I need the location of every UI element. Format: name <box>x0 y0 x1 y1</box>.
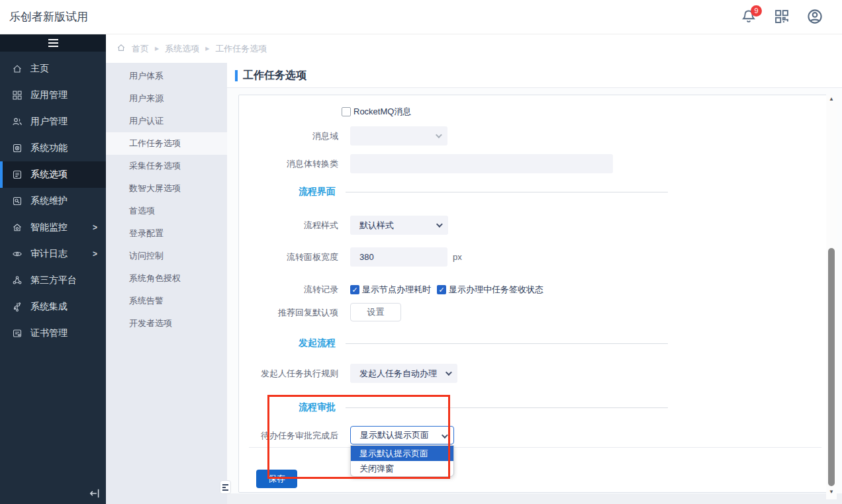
breadcrumb-separator-icon: ▶ <box>205 46 209 52</box>
chevron-right-icon: > <box>93 249 97 259</box>
checkbox-checked-icon: ✓ <box>350 285 359 294</box>
sidebar-item-system-maintenance[interactable]: 系统维护 <box>0 188 106 214</box>
exit-arrow-icon <box>89 487 101 499</box>
settings-button[interactable]: 设置 <box>350 303 401 321</box>
dropdown-option-default-page[interactable]: 显示默认提示页面 <box>351 446 453 461</box>
submenu-item-access-control[interactable]: 访问控制 <box>106 245 227 267</box>
breadcrumb-item-work-task-options[interactable]: 工作任务选项 <box>215 43 267 55</box>
initiator-rule-select[interactable]: 发起人任务自动办理 <box>350 364 457 383</box>
sidebar-item-system-options[interactable]: 系统选项 <box>0 161 106 188</box>
sidebar-item-home[interactable]: 主页 <box>0 56 106 82</box>
user-avatar-button[interactable] <box>806 7 823 26</box>
submenu-item-login-config[interactable]: 登录配置 <box>106 222 227 245</box>
sidebar-item-label: 系统集成 <box>30 301 68 313</box>
message-converter-input[interactable] <box>350 154 613 173</box>
sidebar-item-smart-monitoring[interactable]: 智能监控 > <box>0 214 106 241</box>
form-panel: RocketMQ消息 消息域 消息体转换类 <box>238 95 837 493</box>
submenu-resize-handle[interactable] <box>220 480 231 494</box>
breadcrumb-item-system-options[interactable]: 系统选项 <box>165 43 199 55</box>
apps-grid-icon <box>12 90 23 101</box>
chevron-down-icon <box>436 221 443 228</box>
todo-complete-label: 待办任务审批完成后 <box>239 426 338 445</box>
process-style-label: 流程样式 <box>239 216 338 235</box>
submenu-item-user-auth[interactable]: 用户认证 <box>106 110 227 132</box>
breadcrumb: 首页 ▶ 系统选项 ▶ 工作任务选项 <box>106 34 842 63</box>
panel-width-input[interactable] <box>350 247 447 267</box>
save-button[interactable]: 保存 <box>256 470 297 488</box>
flow-record-label: 流转记录 <box>239 280 338 299</box>
breadcrumb-separator-icon: ▶ <box>155 46 159 52</box>
integration-icon <box>12 302 23 312</box>
sidebar-item-label: 审计日志 <box>30 248 68 260</box>
section-process-ui: 流程界面 <box>299 186 668 198</box>
chevron-down-icon <box>436 132 442 138</box>
app-title: 乐创者新版试用 <box>9 9 88 24</box>
qr-code-button[interactable] <box>773 7 790 26</box>
form-footer-divider <box>249 447 821 448</box>
sidebar-item-system-functions[interactable]: 系统功能 <box>0 135 106 161</box>
page-title: 工作任务选项 <box>243 69 306 83</box>
section-divider-line <box>346 407 668 408</box>
avatar-icon <box>807 9 823 24</box>
sidebar-item-label: 主页 <box>30 63 49 75</box>
message-domain-row: 消息域 <box>239 126 836 146</box>
sidebar-item-third-party[interactable]: 第三方平台 <box>0 267 106 294</box>
sidebar-item-label: 智能监控 <box>30 222 68 233</box>
section-title: 流程界面 <box>299 186 336 198</box>
submenu-item-user-source[interactable]: 用户来源 <box>106 87 227 110</box>
rocketmq-checkbox[interactable]: RocketMQ消息 <box>342 106 411 118</box>
initiator-rule-row: 发起人任务执行规则 发起人任务自动办理 <box>239 364 836 383</box>
sidebar-item-label: 系统维护 <box>30 195 68 207</box>
checkbox-label: 显示节点办理耗时 <box>362 284 431 296</box>
submenu-item-work-task-options[interactable]: 工作任务选项 <box>106 132 227 155</box>
submenu-item-user-system[interactable]: 用户体系 <box>106 65 227 87</box>
notification-bell-button[interactable]: 9 <box>740 7 757 26</box>
bottom-strip <box>227 493 842 504</box>
breadcrumb-item-home[interactable]: 首页 <box>132 43 149 55</box>
sidebar-item-system-integration[interactable]: 系统集成 <box>0 294 106 320</box>
submenu-item-preferences[interactable]: 首选项 <box>106 200 227 222</box>
scroll-up-arrow[interactable]: ▲ <box>826 96 837 105</box>
eye-icon <box>12 249 23 259</box>
rocketmq-row: RocketMQ消息 <box>239 106 836 125</box>
todo-complete-value: 显示默认提示页面 <box>360 430 429 440</box>
todo-complete-select[interactable]: 显示默认提示页面 <box>350 426 454 444</box>
process-style-select[interactable]: 默认样式 <box>350 216 448 235</box>
system-maintenance-icon <box>12 196 23 206</box>
checkbox-label: 显示办理中任务签收状态 <box>449 284 543 296</box>
section-process-approval: 流程审批 <box>299 401 668 413</box>
submenu-item-bigscreen-options[interactable]: 数智大屏选项 <box>106 177 227 200</box>
process-style-row: 流程样式 默认样式 <box>239 216 836 235</box>
scrollbar-thumb[interactable] <box>828 248 835 486</box>
sidebar-collapse-toggle[interactable] <box>0 34 106 52</box>
sidebar-item-audit-logs[interactable]: 审计日志 > <box>0 241 106 267</box>
chevron-down-icon <box>445 369 452 376</box>
main-sidebar: 主页 应用管理 用户管理 系统功能 系统选项 系统维护 <box>0 34 106 504</box>
submenu-item-developer-options[interactable]: 开发者选项 <box>106 312 227 335</box>
sidebar-item-label: 第三方平台 <box>30 274 77 286</box>
title-accent-bar <box>235 70 238 81</box>
sidebar-item-certificate-management[interactable]: 证书管理 <box>0 320 106 347</box>
process-style-value: 默认样式 <box>359 220 394 230</box>
home-icon <box>12 63 23 74</box>
secondary-sidebar: 用户体系 用户来源 用户认证 工作任务选项 采集任务选项 数智大屏选项 首选项 … <box>106 63 227 504</box>
dropdown-option-close-popup[interactable]: 关闭弹窗 <box>351 461 453 476</box>
sidebar-item-label: 用户管理 <box>30 116 68 128</box>
todo-complete-row: 待办任务审批完成后 显示默认提示页面 <box>239 426 836 445</box>
initiator-rule-label: 发起人任务执行规则 <box>239 364 338 383</box>
submenu-item-collect-task-options[interactable]: 采集任务选项 <box>106 155 227 177</box>
scroll-down-arrow[interactable]: ▼ <box>826 489 837 498</box>
exit-collapse-button[interactable] <box>87 486 102 501</box>
sidebar-item-app-management[interactable]: 应用管理 <box>0 82 106 108</box>
page-title-bar: 工作任务选项 <box>227 63 842 88</box>
submenu-item-system-alert[interactable]: 系统告警 <box>106 290 227 312</box>
reply-default-label: 推荐回复默认项 <box>239 303 338 322</box>
checkbox-unchecked-icon <box>342 107 351 116</box>
top-header: 乐创者新版试用 9 <box>0 0 842 34</box>
show-sign-status-checkbox[interactable]: ✓ 显示办理中任务签收状态 <box>437 284 543 296</box>
submenu-item-role-authorization[interactable]: 系统角色授权 <box>106 267 227 290</box>
message-domain-select[interactable] <box>350 126 447 146</box>
sidebar-item-user-management[interactable]: 用户管理 <box>0 108 106 135</box>
show-node-time-checkbox[interactable]: ✓ 显示节点办理耗时 <box>350 284 431 296</box>
panel-width-unit: px <box>453 247 462 267</box>
